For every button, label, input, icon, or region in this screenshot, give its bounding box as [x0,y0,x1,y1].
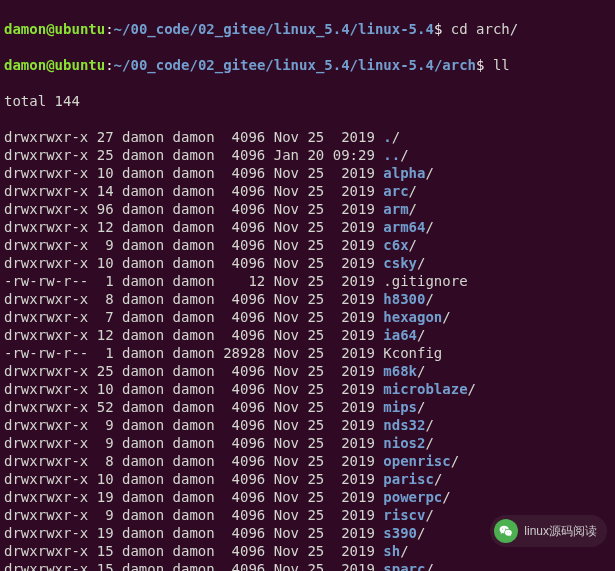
watermark-badge: linux源码阅读 [490,515,607,547]
dir-name: m68k [383,363,417,379]
dir-name: mips [383,399,417,415]
total-line: total 144 [4,92,611,110]
list-item: -rw-rw-r-- 1 damon damon 12 Nov 25 2019 … [4,272,611,290]
list-item: drwxrwxr-x 7 damon damon 4096 Nov 25 201… [4,308,611,326]
dir-name: .. [383,147,400,163]
list-item: drwxrwxr-x 9 damon damon 4096 Nov 25 201… [4,434,611,452]
list-item: drwxrwxr-x 10 damon damon 4096 Nov 25 20… [4,380,611,398]
dir-name: hexagon [383,309,442,325]
list-item: drwxrwxr-x 12 damon damon 4096 Nov 25 20… [4,218,611,236]
dir-name: sparc [383,561,425,571]
dir-name: s390 [383,525,417,541]
wechat-icon [494,519,518,543]
watermark-text: linux源码阅读 [524,522,597,540]
dir-name: arc [383,183,408,199]
list-item: drwxrwxr-x 8 damon damon 4096 Nov 25 201… [4,290,611,308]
prompt-line: damon@ubuntu:~/00_code/02_gitee/linux_5.… [4,56,611,74]
list-item: drwxrwxr-x 10 damon damon 4096 Nov 25 20… [4,470,611,488]
dir-name: c6x [383,237,408,253]
dir-name: openrisc [383,453,450,469]
dir-name: sh [383,543,400,559]
dir-name: ia64 [383,327,417,343]
dir-name: arm [383,201,408,217]
list-item: drwxrwxr-x 9 damon damon 4096 Nov 25 201… [4,416,611,434]
list-item: drwxrwxr-x 52 damon damon 4096 Nov 25 20… [4,398,611,416]
dir-name: nios2 [383,435,425,451]
list-item: drwxrwxr-x 27 damon damon 4096 Nov 25 20… [4,128,611,146]
list-item: drwxrwxr-x 96 damon damon 4096 Nov 25 20… [4,200,611,218]
list-item: drwxrwxr-x 10 damon damon 4096 Nov 25 20… [4,164,611,182]
dir-name: csky [383,255,417,271]
list-item: drwxrwxr-x 25 damon damon 4096 Nov 25 20… [4,362,611,380]
list-item: drwxrwxr-x 12 damon damon 4096 Nov 25 20… [4,326,611,344]
file-name: Kconfig [383,345,442,361]
dir-name: h8300 [383,291,425,307]
dir-name: . [383,129,391,145]
prompt-line-prev: damon@ubuntu:~/00_code/02_gitee/linux_5.… [4,20,611,38]
list-item: drwxrwxr-x 8 damon damon 4096 Nov 25 201… [4,452,611,470]
dir-name: arm64 [383,219,425,235]
list-item: drwxrwxr-x 10 damon damon 4096 Nov 25 20… [4,254,611,272]
dir-name: powerpc [383,489,442,505]
list-item: drwxrwxr-x 15 damon damon 4096 Nov 25 20… [4,560,611,571]
list-item: drwxrwxr-x 9 damon damon 4096 Nov 25 201… [4,236,611,254]
dir-name: riscv [383,507,425,523]
dir-name: alpha [383,165,425,181]
dir-name: nds32 [383,417,425,433]
list-item: drwxrwxr-x 19 damon damon 4096 Nov 25 20… [4,488,611,506]
list-item: drwxrwxr-x 14 damon damon 4096 Nov 25 20… [4,182,611,200]
dir-name: microblaze [383,381,467,397]
terminal-output[interactable]: damon@ubuntu:~/00_code/02_gitee/linux_5.… [0,0,615,571]
list-item: drwxrwxr-x 25 damon damon 4096 Jan 20 09… [4,146,611,164]
list-item: -rw-rw-r-- 1 damon damon 28928 Nov 25 20… [4,344,611,362]
file-name: .gitignore [383,273,467,289]
dir-name: parisc [383,471,434,487]
